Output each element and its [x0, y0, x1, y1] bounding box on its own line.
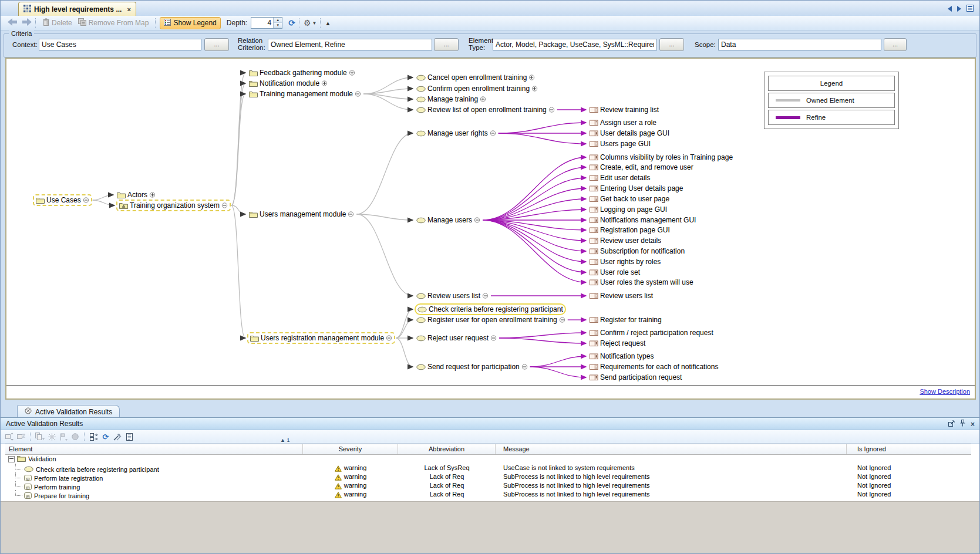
expander-minus-icon[interactable]	[83, 197, 89, 203]
expander-plus-icon[interactable]	[528, 75, 535, 80]
map-node-requirement[interactable]: Review user details	[588, 236, 663, 245]
expander-minus-icon[interactable]	[221, 202, 228, 208]
expander-plus-icon[interactable]	[531, 86, 538, 92]
element-type-browse-button[interactable]: ...	[659, 38, 684, 51]
map-node-requirement[interactable]: User rights by roles	[588, 257, 662, 266]
expander-minus-icon[interactable]	[355, 91, 361, 97]
forward-icon[interactable]	[22, 18, 32, 28]
expander-minus-icon[interactable]	[386, 335, 392, 341]
group-options-icon[interactable]	[46, 431, 58, 442]
expander-plus-icon[interactable]	[321, 80, 328, 86]
tab-active-validation-results[interactable]: Active Validation Results	[17, 405, 120, 418]
map-node-folder[interactable]: Use Cases	[33, 194, 92, 206]
collapse-expander-icon[interactable]	[8, 456, 15, 462]
map-node-usecase[interactable]: Confirm open enrollment training	[415, 84, 540, 93]
collapse-criteria-icon[interactable]: ▲	[325, 20, 331, 26]
map-node-usecase[interactable]: Cancel open enrollment training	[415, 73, 537, 82]
expander-minus-icon[interactable]	[348, 211, 354, 217]
remove-from-map-button[interactable]: Remove From Map	[75, 17, 152, 29]
tab-high-level-requirements[interactable]: High level requirements ... ×	[18, 2, 136, 16]
map-node-usecase[interactable]: Register user for open enrollment traini…	[415, 315, 567, 325]
map-node-usecase[interactable]: Review list of open enrollment training	[415, 105, 557, 114]
element-type-input[interactable]	[493, 39, 657, 50]
table-row[interactable]: Perform trainingwarningLack of ReqSubPro…	[5, 481, 971, 490]
map-node-folder[interactable]: Notification module	[247, 79, 329, 88]
expander-plus-icon[interactable]	[149, 192, 156, 198]
map-node-requirement[interactable]: Assign user a role	[588, 118, 658, 127]
map-node-requirement[interactable]: Edit user details	[588, 173, 652, 183]
column-header-severity[interactable]: Severity	[303, 444, 398, 454]
collapse-rows-icon[interactable]	[15, 431, 27, 442]
map-node-folder[interactable]: Training management module	[247, 89, 363, 99]
map-node-folder[interactable]: Users registration management module	[247, 332, 395, 344]
show-description-link[interactable]: Show Description	[920, 388, 970, 395]
map-node-requirement[interactable]: Register for training	[588, 315, 664, 325]
close-icon[interactable]: ×	[127, 6, 130, 13]
scope-input[interactable]	[718, 39, 881, 50]
table-row-validation-root[interactable]: Validation	[5, 455, 971, 464]
map-node-usecase[interactable]: Manage training	[415, 94, 488, 104]
depth-stepper[interactable]: 4 ▲▼	[251, 17, 282, 29]
column-header-is-ignored[interactable]: Is Ignored	[847, 444, 971, 454]
scroll-tabs-left-icon[interactable]	[948, 6, 952, 12]
copy-rows-icon[interactable]	[34, 431, 46, 442]
map-node-requirement[interactable]: Confirm / reject participation request	[588, 328, 715, 337]
map-node-requirement[interactable]: User role set	[588, 268, 642, 277]
relation-criterion-input[interactable]	[268, 39, 432, 50]
map-node-requirement[interactable]: Logging on page GUI	[588, 205, 669, 214]
relation-criterion-browse-button[interactable]: ...	[434, 38, 459, 51]
map-node-requirement[interactable]: Reject request	[588, 339, 647, 348]
expander-minus-icon[interactable]	[548, 107, 555, 113]
map-node-usecase[interactable]: Review users list	[415, 291, 490, 300]
select-in-tree-icon[interactable]	[88, 431, 100, 442]
depth-down-icon[interactable]: ▼	[274, 23, 282, 28]
scroll-tabs-right-icon[interactable]	[957, 6, 961, 12]
tools-icon[interactable]	[112, 431, 123, 442]
table-row[interactable]: Perform late registrationwarningLack of …	[5, 472, 971, 481]
relation-map-canvas[interactable]: Legend Owned Element Refine Use CasesAct…	[6, 59, 975, 385]
map-node-requirement[interactable]: Review users list	[588, 291, 655, 300]
map-node-requirement[interactable]: Subscription for notification	[588, 246, 686, 256]
table-row[interactable]: Prepare for trainingwarningLack of ReqSu…	[5, 490, 971, 499]
map-node-requirement[interactable]: Review training list	[588, 105, 661, 114]
gear-icon[interactable]: ⚙	[304, 19, 311, 27]
back-icon[interactable]	[8, 18, 18, 28]
show-legend-toggle[interactable]: Show Legend	[160, 17, 220, 29]
report-icon[interactable]	[123, 431, 135, 442]
map-node-requirement[interactable]: User roles the system will use	[588, 278, 695, 287]
map-node-requirement[interactable]: Users page GUI	[588, 139, 652, 148]
pin-icon[interactable]	[960, 420, 965, 428]
flag-icon[interactable]	[58, 431, 69, 442]
expander-minus-icon[interactable]	[490, 335, 497, 341]
map-node-requirement[interactable]: Send participation request	[588, 373, 683, 382]
close-panel-icon[interactable]: ×	[971, 420, 975, 428]
column-header-element[interactable]: Element	[5, 444, 303, 454]
expander-plus-icon[interactable]	[480, 96, 486, 102]
map-node-requirement[interactable]: Get back to user page	[588, 194, 671, 204]
expander-minus-icon[interactable]	[521, 364, 528, 370]
map-node-usecase[interactable]: Check criteria before registering partic…	[415, 303, 566, 315]
map-node-requirement[interactable]: Notifications management GUI	[588, 215, 698, 225]
refresh-validation-icon[interactable]: ⟳	[100, 431, 112, 442]
context-input[interactable]	[39, 39, 201, 50]
map-node-requirement[interactable]: Registration page GUI	[588, 225, 672, 235]
map-node-requirement[interactable]: Entering User details page	[588, 184, 685, 193]
column-header-abbreviation[interactable]: Abbreviation	[398, 444, 496, 454]
context-browse-button[interactable]: ...	[204, 38, 229, 51]
map-node-requirement[interactable]: User details page GUI	[588, 129, 671, 138]
refresh-icon[interactable]: ⟳	[288, 19, 295, 27]
map-node-requirement[interactable]: Requirements for each of notifications	[588, 362, 720, 371]
map-node-folder[interactable]: Users management module	[247, 210, 356, 219]
map-node-requirement[interactable]: Create, edit, and remove user	[588, 163, 695, 172]
column-header-message[interactable]: Message	[496, 444, 847, 454]
map-node-requirement[interactable]: Notification types	[588, 352, 655, 361]
gear-caret-icon[interactable]: ▼	[312, 21, 316, 26]
scope-browse-button[interactable]: ...	[884, 38, 907, 51]
map-node-usecase[interactable]: Manage users	[415, 215, 482, 225]
expand-rows-icon[interactable]	[4, 431, 15, 442]
map-node-requirement[interactable]: Columns visibility by roles in Training …	[588, 153, 735, 162]
table-row[interactable]: Check criteria before registering partic…	[5, 464, 971, 472]
map-node-model[interactable]: Training organization system	[116, 200, 231, 211]
expander-minus-icon[interactable]	[559, 317, 565, 323]
abort-icon[interactable]	[69, 431, 81, 442]
